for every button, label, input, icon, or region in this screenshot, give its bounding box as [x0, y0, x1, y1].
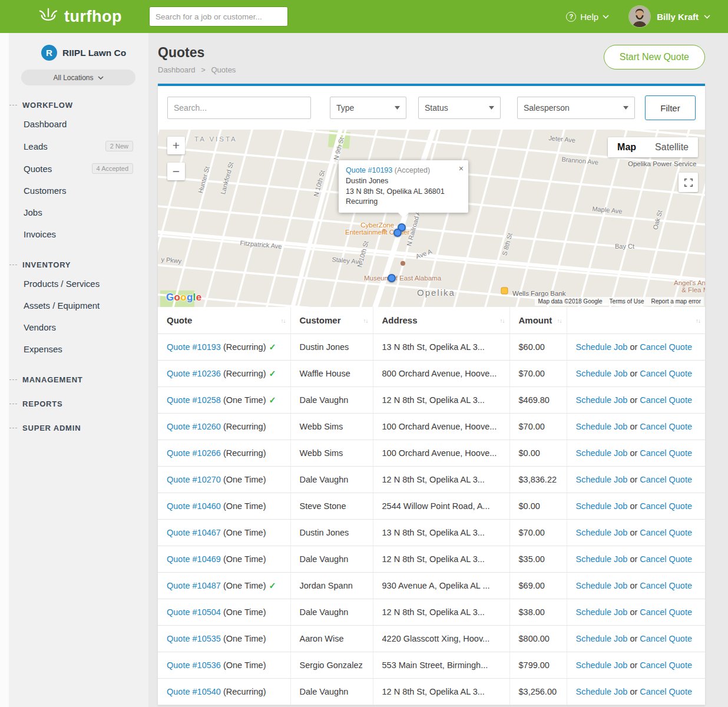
global-search-input[interactable] — [149, 6, 288, 27]
quote-link[interactable]: Quote #10487 — [167, 581, 221, 590]
caret-down-icon — [623, 106, 628, 110]
actions-or: or — [627, 687, 640, 696]
schedule-job-link[interactable]: Schedule Job — [576, 687, 628, 696]
company-name: RIIPL Lawn Co — [62, 48, 126, 58]
user-name[interactable]: Billy Kraft — [657, 12, 699, 22]
table-header-row: Quote↑↓Customer↑↓Address↑↓Amount↑↓↑↓ — [158, 307, 705, 334]
column-header-address[interactable]: Address↑↓ — [373, 307, 509, 334]
locations-dropdown[interactable]: All Locations — [21, 70, 135, 85]
address-cell: 13 N 8th St, Opelika AL 3... — [373, 334, 509, 361]
terms-link[interactable]: Terms of Use — [610, 298, 644, 305]
schedule-job-link[interactable]: Schedule Job — [576, 607, 628, 617]
cancel-quote-link[interactable]: Cancel Quote — [640, 634, 692, 643]
avatar[interactable] — [629, 6, 650, 27]
sidebar-item-assets-equipment[interactable]: Assets / Equipment — [0, 295, 148, 316]
zoom-in-button[interactable]: + — [167, 137, 185, 154]
schedule-job-link[interactable]: Schedule Job — [576, 369, 628, 378]
quote-link[interactable]: Quote #10460 — [167, 501, 221, 511]
schedule-job-link[interactable]: Schedule Job — [576, 528, 628, 537]
quote-link[interactable]: Quote #10236 — [167, 369, 221, 378]
app-logo[interactable]: turfhop — [38, 7, 122, 26]
schedule-job-link[interactable]: Schedule Job — [576, 581, 628, 590]
quote-link[interactable]: Quote #10536 — [167, 660, 221, 670]
quote-link[interactable]: Quote #10258 — [167, 395, 221, 405]
sidebar-item-label: Products / Services — [24, 279, 100, 289]
quote-link[interactable]: Quote #10535 — [167, 634, 221, 643]
cancel-quote-link[interactable]: Cancel Quote — [640, 369, 692, 378]
column-header-customer[interactable]: Customer↑↓ — [290, 307, 373, 334]
actions-or: or — [627, 660, 640, 670]
quote-link[interactable]: Quote #10270 — [167, 475, 221, 484]
schedule-job-link[interactable]: Schedule Job — [576, 475, 628, 484]
cancel-quote-link[interactable]: Cancel Quote — [640, 554, 692, 564]
cancel-quote-link[interactable]: Cancel Quote — [640, 607, 692, 617]
actions-or: or — [627, 475, 640, 484]
cancel-quote-link[interactable]: Cancel Quote — [640, 581, 692, 590]
column-header-actions[interactable]: ↑↓ — [567, 307, 705, 334]
type-select[interactable]: Type — [330, 97, 406, 119]
sort-icon[interactable]: ↑↓ — [363, 317, 368, 323]
schedule-job-link[interactable]: Schedule Job — [576, 422, 628, 431]
sidebar-item-dashboard[interactable]: Dashboard — [0, 113, 148, 135]
column-header-quote[interactable]: Quote↑↓ — [158, 307, 290, 334]
status-select[interactable]: Status — [418, 97, 501, 119]
sidebar-item-leads[interactable]: Leads2 New — [0, 135, 148, 157]
help-menu[interactable]: ? Help — [566, 12, 609, 22]
sidebar-item-jobs[interactable]: Jobs — [0, 201, 148, 223]
breadcrumb-dashboard[interactable]: Dashboard — [158, 65, 196, 74]
cancel-quote-link[interactable]: Cancel Quote — [640, 342, 692, 352]
schedule-job-link[interactable]: Schedule Job — [576, 395, 628, 405]
column-header-amount[interactable]: Amount↑↓ — [509, 307, 567, 334]
quotes-search-input[interactable] — [167, 97, 311, 119]
table-row: Quote #10270 (One Time)Dale Vaughn12 N 8… — [158, 467, 705, 493]
cancel-quote-link[interactable]: Cancel Quote — [640, 660, 692, 670]
schedule-job-link[interactable]: Schedule Job — [576, 554, 628, 564]
map-marker[interactable] — [393, 229, 402, 237]
report-error-link[interactable]: Report a map error — [651, 298, 701, 305]
schedule-job-link[interactable]: Schedule Job — [576, 501, 628, 511]
map-view-button[interactable]: Map — [608, 137, 646, 157]
cancel-quote-link[interactable]: Cancel Quote — [640, 501, 692, 511]
start-new-quote-button[interactable]: Start New Quote — [604, 45, 705, 70]
satellite-view-button[interactable]: Satellite — [646, 137, 698, 157]
cancel-quote-link[interactable]: Cancel Quote — [640, 395, 692, 405]
fullscreen-button[interactable] — [679, 173, 698, 192]
quote-link[interactable]: Quote #10540 — [167, 687, 221, 696]
sidebar-item-vendors[interactable]: Vendors — [0, 316, 148, 338]
amount-cell: $800.00 — [509, 626, 567, 652]
quote-link[interactable]: Quote #10266 — [167, 448, 221, 458]
close-icon[interactable]: × — [459, 163, 464, 175]
cancel-quote-link[interactable]: Cancel Quote — [640, 687, 692, 696]
sidebar-item-expenses[interactable]: Expenses — [0, 338, 148, 360]
sidebar-item-customers[interactable]: Customers — [0, 180, 148, 201]
quote-type: (One Time) — [221, 554, 266, 564]
map[interactable]: TA VISTAJeter AveBrannon AveOpelika Powe… — [158, 130, 705, 307]
sidebar-item-invoices[interactable]: Invoices — [0, 223, 148, 245]
zoom-out-button[interactable]: − — [167, 163, 185, 180]
cancel-quote-link[interactable]: Cancel Quote — [640, 475, 692, 484]
quote-link[interactable]: Quote #10504 — [167, 607, 221, 617]
map-marker[interactable] — [388, 274, 396, 282]
sidebar-item-products-services[interactable]: Products / Services — [0, 273, 148, 295]
filter-button[interactable]: Filter — [645, 95, 696, 120]
sort-icon[interactable]: ↑↓ — [557, 317, 562, 323]
salesperson-select[interactable]: Salesperson — [517, 97, 635, 119]
sidebar-item-quotes[interactable]: Quotes4 Accepted — [0, 157, 148, 180]
schedule-job-link[interactable]: Schedule Job — [576, 660, 628, 670]
quote-link[interactable]: Quote #10260 — [167, 422, 221, 431]
schedule-job-link[interactable]: Schedule Job — [576, 448, 628, 458]
schedule-job-link[interactable]: Schedule Job — [576, 342, 628, 352]
cancel-quote-link[interactable]: Cancel Quote — [640, 448, 692, 458]
sort-icon[interactable]: ↑↓ — [281, 317, 286, 323]
sort-icon[interactable]: ↑↓ — [500, 317, 505, 323]
amount-cell: $70.00 — [509, 414, 567, 440]
quote-link[interactable]: Quote #10467 — [167, 528, 221, 537]
chevron-down-icon — [98, 76, 104, 80]
sort-icon[interactable]: ↑↓ — [696, 317, 700, 323]
cancel-quote-link[interactable]: Cancel Quote — [640, 528, 692, 537]
quote-link[interactable]: Quote #10193 — [167, 342, 221, 352]
infowindow-quote-link[interactable]: Quote #10193 — [346, 166, 392, 174]
quote-link[interactable]: Quote #10469 — [167, 554, 221, 564]
schedule-job-link[interactable]: Schedule Job — [576, 634, 628, 643]
cancel-quote-link[interactable]: Cancel Quote — [640, 422, 692, 431]
